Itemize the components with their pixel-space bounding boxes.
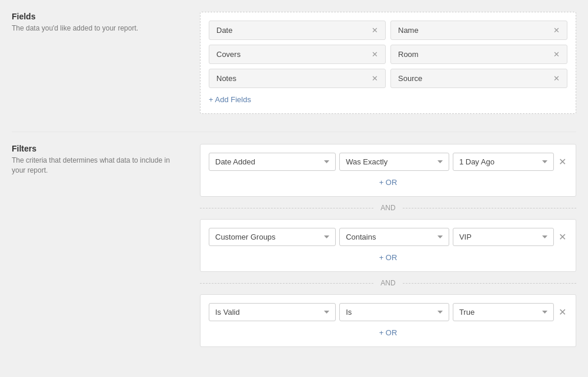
fields-grid: Date ✕ Name ✕ Covers ✕ Room ✕	[209, 21, 567, 88]
fields-title: Fields	[12, 12, 182, 21]
remove-field-name[interactable]: ✕	[553, 26, 560, 34]
fields-box: Date ✕ Name ✕ Covers ✕ Room ✕	[200, 12, 576, 114]
filter-group-1: Date Added Was Exactly 1 Day Ago ✕ + OR	[200, 144, 576, 197]
fields-description: The data you'd like added to your report…	[12, 23, 182, 33]
filter-row-1: Date Added Was Exactly 1 Day Ago ✕	[209, 153, 567, 171]
remove-filter-2[interactable]: ✕	[557, 233, 567, 242]
field-label-date: Date	[216, 26, 232, 35]
field-tag-date: Date ✕	[209, 21, 386, 40]
field-label-source: Source	[398, 74, 422, 83]
filter-row-2: Customer Groups Contains VIP ✕	[209, 228, 567, 246]
filter-operator-select-1[interactable]: Was Exactly	[339, 153, 449, 171]
section-divider	[12, 132, 576, 132]
remove-field-notes[interactable]: ✕	[372, 75, 378, 82]
field-tag-name: Name ✕	[390, 21, 567, 40]
field-tag-source: Source ✕	[390, 69, 567, 88]
and-divider-2: AND	[200, 279, 576, 287]
filter-field-select-1[interactable]: Date Added	[209, 153, 336, 171]
filter-value-select-2[interactable]: VIP	[453, 228, 554, 246]
and-label-1: AND	[373, 204, 402, 212]
filter-value-select-1[interactable]: 1 Day Ago	[453, 153, 554, 171]
field-label-room: Room	[398, 50, 419, 59]
field-tag-room: Room ✕	[390, 45, 567, 64]
field-label-notes: Notes	[216, 74, 236, 83]
filter-operator-select-3[interactable]: Is	[339, 303, 449, 321]
fields-content: Date ✕ Name ✕ Covers ✕ Room ✕	[200, 12, 576, 114]
remove-field-covers[interactable]: ✕	[372, 51, 378, 58]
remove-field-date[interactable]: ✕	[372, 26, 378, 34]
field-label-covers: Covers	[216, 50, 240, 59]
field-label-name: Name	[398, 26, 419, 35]
filter-operator-select-2[interactable]: Contains	[339, 228, 449, 246]
field-tag-covers: Covers ✕	[209, 45, 386, 64]
or-button-1[interactable]: + OR	[209, 177, 567, 188]
filter-row-3: Is Valid Is True ✕	[209, 303, 567, 321]
filter-group-3: Is Valid Is True ✕ + OR	[200, 294, 576, 347]
filter-group-2: Customer Groups Contains VIP ✕ + OR	[200, 219, 576, 272]
or-button-2[interactable]: + OR	[209, 252, 567, 263]
and-label-2: AND	[373, 279, 402, 287]
add-fields-button[interactable]: + Add Fields	[209, 94, 251, 105]
filter-value-select-3[interactable]: True	[453, 303, 554, 321]
and-divider-1: AND	[200, 204, 576, 212]
filter-field-select-2[interactable]: Customer Groups	[209, 228, 336, 246]
remove-filter-1[interactable]: ✕	[557, 157, 567, 167]
fields-label-area: Fields The data you'd like added to your…	[12, 12, 200, 114]
remove-field-source[interactable]: ✕	[553, 75, 560, 82]
filters-content: Date Added Was Exactly 1 Day Ago ✕ + OR …	[200, 144, 576, 347]
filter-field-select-3[interactable]: Is Valid	[209, 303, 336, 321]
remove-filter-3[interactable]: ✕	[557, 308, 567, 317]
field-tag-notes: Notes ✕	[209, 69, 386, 88]
filters-label-area: Filters The criteria that determines wha…	[12, 144, 200, 347]
remove-field-room[interactable]: ✕	[553, 51, 560, 58]
filters-description: The criteria that determines what data t…	[12, 156, 182, 176]
filters-title: Filters	[12, 144, 182, 153]
or-button-3[interactable]: + OR	[209, 327, 567, 338]
fields-section: Fields The data you'd like added to your…	[12, 12, 576, 114]
filters-section: Filters The criteria that determines wha…	[12, 144, 576, 347]
